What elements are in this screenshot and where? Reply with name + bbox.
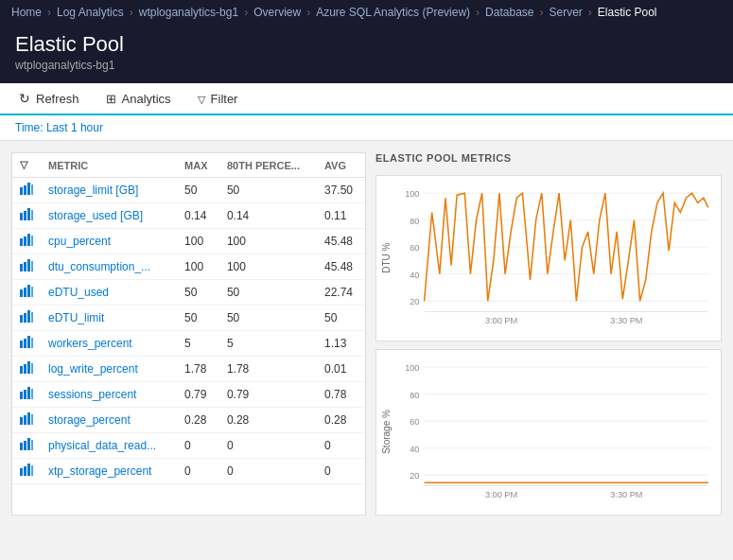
metric-name[interactable]: dtu_consumption_... (41, 254, 177, 280)
table-row: eDTU_limit505050 (12, 306, 365, 331)
svg-rect-30 (27, 361, 30, 374)
metric-avg: 50 (317, 306, 365, 331)
table-row: cpu_percent10010045.48 (12, 229, 365, 254)
metric-p80: 50 (219, 280, 317, 306)
bar-chart-icon (20, 208, 33, 220)
bar-chart-icon (20, 310, 33, 323)
metric-icon-cell (12, 331, 41, 357)
table-row: eDTU_used505022.74 (12, 280, 365, 306)
svg-rect-8 (20, 238, 23, 246)
nav-log-analytics[interactable]: Log Analytics (57, 6, 124, 19)
filter-button[interactable]: Filter (194, 90, 242, 108)
sep2: › (130, 6, 133, 19)
svg-rect-27 (31, 338, 33, 348)
refresh-button[interactable]: Refresh (15, 89, 83, 108)
svg-rect-42 (27, 438, 30, 450)
metric-p80: 0 (219, 433, 317, 459)
nav-workspace[interactable]: wtploganalytics-bg1 (139, 6, 238, 19)
metric-p80: 50 (219, 306, 317, 331)
svg-text:100: 100 (405, 363, 419, 373)
metric-name[interactable]: eDTU_used (41, 280, 177, 306)
svg-rect-23 (31, 312, 33, 323)
svg-rect-11 (31, 236, 33, 246)
svg-rect-45 (24, 466, 26, 476)
sep4: › (306, 6, 310, 19)
svg-rect-6 (27, 208, 30, 220)
metric-avg: 1.13 (317, 331, 365, 357)
bar-chart-icon (20, 336, 33, 348)
svg-rect-33 (24, 390, 26, 399)
metric-p80: 5 (219, 331, 317, 357)
analytics-label: Analytics (122, 92, 171, 106)
chart-storage: Storage % 100 80 60 40 20 (375, 349, 722, 516)
svg-rect-16 (20, 289, 23, 297)
svg-rect-4 (20, 213, 23, 220)
chart-section-title: ELASTIC POOL METRICS (375, 152, 722, 164)
metric-name[interactable]: workers_percent (41, 331, 177, 357)
metric-max: 100 (177, 229, 219, 254)
metric-max: 100 (177, 254, 219, 280)
page-header: Elastic Pool wtploganalytics-bg1 (0, 25, 733, 83)
metric-icon-cell (12, 382, 41, 408)
metric-name[interactable]: physical_data_read... (41, 433, 177, 459)
metric-p80: 100 (219, 254, 317, 280)
metric-max: 50 (177, 306, 219, 331)
metric-icon-cell (12, 408, 41, 433)
sep7: › (588, 6, 592, 19)
metric-icon-cell (12, 433, 41, 459)
svg-rect-13 (24, 262, 26, 271)
metric-name[interactable]: storage_percent (41, 408, 177, 433)
nav-server[interactable]: Server (549, 6, 582, 19)
metric-max: 0.28 (177, 408, 219, 433)
svg-rect-26 (27, 336, 30, 348)
table-row: dtu_consumption_...10010045.48 (12, 254, 365, 280)
refresh-icon (19, 91, 30, 106)
svg-rect-47 (31, 465, 33, 476)
svg-rect-29 (24, 364, 26, 374)
metric-name[interactable]: storage_used [GB] (41, 203, 177, 229)
svg-text:60: 60 (410, 417, 419, 427)
bar-chart-icon (20, 234, 33, 246)
col-avg: AVG (317, 153, 365, 178)
metric-p80: 50 (219, 178, 317, 203)
time-label: Time: Last 1 hour (15, 121, 103, 134)
metric-name[interactable]: eDTU_limit (41, 306, 177, 331)
metric-avg: 0.78 (317, 382, 365, 408)
metric-name[interactable]: log_write_percent (41, 357, 177, 382)
nav-overview[interactable]: Overview (253, 6, 301, 19)
svg-rect-21 (24, 313, 26, 323)
svg-rect-46 (27, 464, 30, 476)
metric-p80: 100 (219, 229, 317, 254)
filter-icon-header: ▽ (12, 153, 41, 178)
page-title: Elastic Pool (15, 32, 718, 57)
svg-rect-36 (20, 417, 23, 425)
metric-name[interactable]: xtp_storage_percent (41, 459, 177, 484)
bar-chart-icon (20, 183, 33, 195)
metric-name[interactable]: storage_limit [GB] (41, 178, 177, 203)
svg-rect-0 (20, 187, 23, 195)
nav-database[interactable]: Database (485, 6, 533, 19)
table-row: storage_used [GB]0.140.140.11 (12, 203, 365, 229)
svg-rect-39 (31, 414, 33, 425)
metric-max: 50 (177, 280, 219, 306)
svg-text:100: 100 (405, 189, 419, 199)
table-row: storage_percent0.280.280.28 (12, 408, 365, 433)
analytics-button[interactable]: Analytics (102, 90, 175, 108)
nav-sql-analytics[interactable]: Azure SQL Analytics (Preview) (316, 6, 470, 19)
svg-rect-2 (27, 183, 30, 195)
svg-text:3:30 PM: 3:30 PM (610, 489, 642, 499)
svg-rect-35 (31, 389, 33, 399)
chart-dtu-y-label: DTU % (376, 184, 395, 333)
table-row: storage_limit [GB]505037.50 (12, 178, 365, 203)
table-row: log_write_percent1.781.780.01 (12, 357, 365, 382)
metric-name[interactable]: sessions_percent (41, 382, 177, 408)
nav-home[interactable]: Home (11, 6, 42, 19)
table-row: xtp_storage_percent000 (12, 459, 365, 484)
col-metric: METRIC (41, 153, 177, 178)
svg-rect-7 (31, 210, 33, 220)
table-row: sessions_percent0.790.790.78 (12, 382, 365, 408)
filter-label: Filter (211, 92, 238, 106)
col-max: MAX (177, 153, 219, 178)
metric-name[interactable]: cpu_percent (41, 229, 177, 254)
table-header-row: ▽ METRIC MAX 80TH PERCE... AVG (12, 153, 365, 178)
